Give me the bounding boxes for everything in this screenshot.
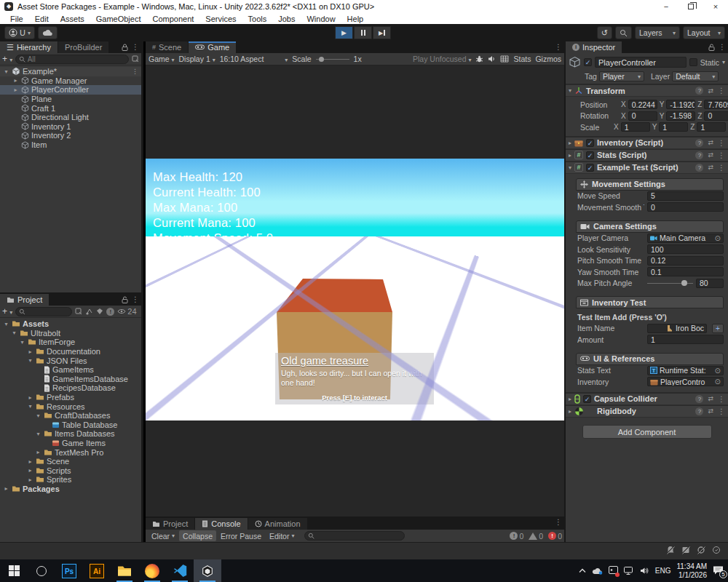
scale-y-field[interactable]: 1 [659,122,688,132]
foldout-arrow[interactable]: ▾ [11,330,17,336]
tag-dropdown[interactable]: Player▾ [599,71,644,81]
tab-probuilder[interactable]: ProBuilder [58,41,109,53]
hierarchy-item-example[interactable]: ▾Example*⋮ [0,67,141,76]
presets-icon[interactable]: ⇄ [708,87,713,95]
lock-icon[interactable] [122,296,128,303]
search-button[interactable] [615,26,632,39]
hierarchy-item-craft-1[interactable]: Craft 1 [0,103,141,113]
project-item-scene[interactable]: ▸Scene [0,457,141,466]
project-item-items-databases[interactable]: ▾Items Databases [0,429,141,439]
foldout-arrow[interactable]: ▾ [27,357,33,364]
position-z-field[interactable]: 7.7609 [704,100,728,109]
project-item-scripts[interactable]: ▸Scripts [0,466,141,476]
help-icon[interactable]: ? [695,407,703,415]
rotation-z-field[interactable]: 0 [704,111,728,121]
volume-icon[interactable] [640,567,649,575]
foldout-arrow[interactable]: ▾ [569,87,571,94]
foldout-arrow[interactable]: ▾ [19,339,25,346]
taskbar-file-explorer[interactable] [111,559,138,582]
panel-menu-icon[interactable]: ⋮ [132,295,139,303]
hierarchy-item-playercontroller[interactable]: ▸PlayerController [0,85,141,95]
presets-icon[interactable]: ⇄ [708,151,713,159]
hierarchy-item-inventory-2[interactable]: Inventory 2 [0,131,141,140]
tab-game[interactable]: Game [189,41,237,53]
rotation-x-field[interactable]: 0 [628,111,657,121]
vsync-grid-icon[interactable] [500,55,509,63]
project-item-prefabs[interactable]: ▸Prefabs [0,393,141,402]
capsule-collider-header[interactable]: ▸ ✓ Capsule Collider ?⇄⋮ [566,393,728,405]
action-center-alert-icon[interactable] [609,566,618,575]
position-x-field[interactable]: 0.2244 [628,100,657,109]
stats-component-header[interactable]: ▸ # ✓ Stats (Script) ?⇄⋮ [566,149,728,162]
favorites-icon[interactable] [85,308,93,316]
console-search-input[interactable] [317,532,402,540]
foldout-arrow[interactable]: ▸ [27,348,33,355]
component-menu-icon[interactable]: ⋮ [718,87,725,95]
taskbar-firefox[interactable] [138,559,166,582]
project-item-assets[interactable]: ▾Assets [0,319,141,329]
foldout-arrow[interactable]: ▸ [12,87,19,93]
layer-dropdown[interactable]: Default▾ [672,71,719,81]
project-item-game-items[interactable]: Game Items [0,439,141,448]
taskbar-illustrator[interactable]: Ai [83,559,111,582]
hidden-count-icon[interactable]: ! [106,308,114,316]
project-item-gameitems[interactable]: GameItems [0,365,141,375]
project-item-ultrabolt[interactable]: ▾Ultrabolt [0,329,141,338]
network-display-icon[interactable] [624,567,634,575]
component-menu-icon[interactable]: ⋮ [718,407,725,415]
object-picker-icon[interactable]: ⊙ [715,367,721,375]
foldout-arrow[interactable]: ▾ [3,321,9,327]
presets-icon[interactable]: ⇄ [708,407,713,415]
gameobject-name-field[interactable]: PlayerController [595,57,687,68]
component-menu-icon[interactable]: ⋮ [718,139,725,147]
project-item-table-database[interactable]: Table Database [0,420,141,430]
game-mode-dropdown[interactable]: Game ▾ [149,55,175,63]
static-checkbox[interactable] [689,58,697,66]
transform-header[interactable]: ▾ Transform ?⇄⋮ [566,84,728,97]
hierarchy-item-inventory-1[interactable]: Inventory 1 [0,122,141,132]
search-in-packages-icon[interactable] [75,308,82,315]
stats-text-object-field[interactable]: T Runtime Stat: ⊙ [647,366,724,375]
enabled-checkbox[interactable]: ✓ [586,139,594,147]
taskbar-photoshop[interactable]: Ps [55,559,83,582]
foldout-arrow[interactable]: ▸ [27,458,33,465]
hierarchy-create-button[interactable]: + ▾ [2,54,12,64]
console-warning-toggle[interactable]: 0 [529,532,543,541]
project-item-sprites[interactable]: ▸Sprites [0,475,141,485]
notifications-muted-icon[interactable] [666,546,675,554]
item-name-field[interactable]: Iron Boc [647,324,707,333]
start-button[interactable] [0,559,28,582]
layers-dropdown[interactable]: Layers▾ [635,26,680,39]
object-picker-icon[interactable]: ⊙ [715,234,721,242]
menu-edit[interactable]: Edit [29,15,55,23]
game-view[interactable]: Max Health: 120Current Health: 100Max Ma… [146,65,564,517]
console-search-field[interactable] [304,531,405,541]
visibility-toggle[interactable]: 24 [117,307,136,316]
yaw-smooth-field[interactable]: 0.1 [647,267,724,276]
aspect-dropdown[interactable]: 16:10 Aspect ▾ [220,55,288,63]
foldout-arrow[interactable]: ▾ [35,412,41,419]
close-button[interactable]: × [703,0,728,13]
menu-services[interactable]: Services [199,15,242,23]
foldout-arrow[interactable]: ▾ [3,68,9,75]
position-y-field[interactable]: -1.1920 [666,100,695,109]
project-search-input[interactable] [27,308,68,316]
label-icon[interactable] [96,308,103,315]
tab-animation[interactable]: Animation [248,518,308,530]
project-item-resources[interactable]: ▾Resources [0,402,141,411]
lock-icon[interactable] [708,44,715,51]
project-item-itemforge[interactable]: ▾ItemForge [0,338,141,347]
help-icon[interactable]: ? [695,87,703,95]
inventory-component-header[interactable]: ▸ ✓ Inventory (Script) ?⇄⋮ [566,137,728,149]
cloud-button[interactable] [38,26,58,39]
scene-menu-icon[interactable]: ⋮ [132,68,138,75]
menu-tools[interactable]: Tools [242,15,273,23]
max-pitch-field[interactable]: 80 [696,279,724,288]
foldout-arrow[interactable]: ▸ [27,467,33,474]
console-editor-dropdown[interactable]: Editor ▾ [266,530,298,541]
project-item-gameitemsdatabase[interactable]: GameItemsDatabase [0,375,141,384]
tab-inspector[interactable]: i Inspector [566,41,622,53]
gizmos-button[interactable]: Gizmos [535,55,561,63]
enabled-checkbox[interactable]: ✓ [586,151,594,159]
presets-icon[interactable]: ⇄ [708,164,713,171]
